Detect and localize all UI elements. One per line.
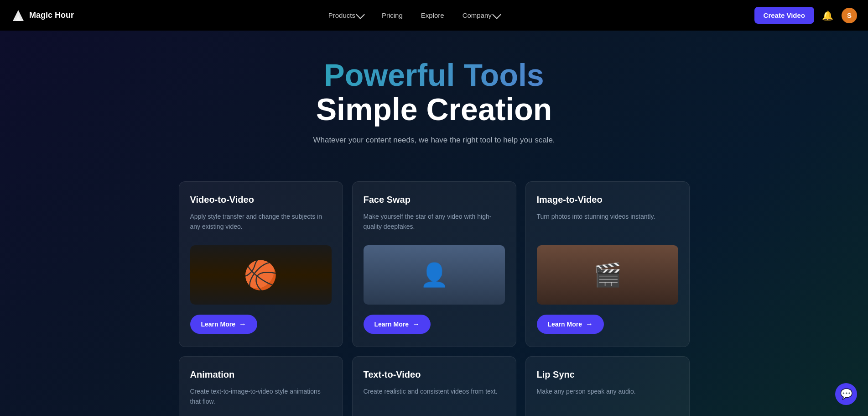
learn-more-label-fs: Learn More xyxy=(374,321,409,328)
card-desc-text-to-video: Create realistic and consistent videos f… xyxy=(364,386,505,414)
nav-left: Magic Hour xyxy=(11,8,74,23)
card-title-lip-sync: Lip Sync xyxy=(537,369,678,380)
card-desc-video-to-video: Apply style transfer and change the subj… xyxy=(190,211,332,239)
card-text-to-video: Text-to-Video Create realistic and consi… xyxy=(352,356,516,416)
card-title-image-to-video: Image-to-Video xyxy=(537,195,678,205)
explore-label: Explore xyxy=(421,11,444,19)
learn-more-button-video-to-video[interactable]: Learn More → xyxy=(190,315,257,334)
learn-more-label-v2v: Learn More xyxy=(201,321,235,328)
notification-bell-icon[interactable]: 🔔 xyxy=(821,9,834,22)
nav-right: Create Video 🔔 S xyxy=(754,7,857,24)
products-chevron-icon xyxy=(356,10,365,19)
card-desc-face-swap: Make yourself the star of any video with… xyxy=(364,211,505,239)
cards-grid-bottom: Animation Create text-to-image-to-video … xyxy=(170,356,699,416)
card-image-to-video: Image-to-Video Turn photos into stunning… xyxy=(525,181,690,347)
basketball-thumbnail xyxy=(190,245,332,305)
avatar[interactable]: S xyxy=(842,8,857,23)
card-image-itv xyxy=(537,245,678,305)
hero-subtitle: Whatever your content needs, we have the… xyxy=(9,136,859,145)
card-lip-sync: Lip Sync Make any person speak any audio… xyxy=(525,356,690,416)
learn-more-label-itv: Learn More xyxy=(548,321,582,328)
hero-title-line2: Simple Creation xyxy=(9,92,859,126)
itv-thumbnail xyxy=(537,245,678,305)
pricing-label: Pricing xyxy=(382,11,403,19)
learn-more-button-image-to-video[interactable]: Learn More → xyxy=(537,315,604,334)
card-image-face-swap xyxy=(364,245,505,305)
card-title-video-to-video: Video-to-Video xyxy=(190,195,332,205)
learn-more-button-face-swap[interactable]: Learn More → xyxy=(364,315,431,334)
logo-svg xyxy=(11,8,26,23)
card-desc-lip-sync: Make any person speak any audio. xyxy=(537,386,678,414)
brand-name: Magic Hour xyxy=(29,11,74,20)
chat-bubble-button[interactable]: 💬 xyxy=(835,383,857,405)
faceswap-thumbnail xyxy=(364,245,505,305)
nav-center: Products Pricing Explore Company xyxy=(321,8,507,23)
navbar: Magic Hour Products Pricing Explore Comp… xyxy=(0,0,868,31)
nav-item-products[interactable]: Products xyxy=(321,8,371,23)
card-title-text-to-video: Text-to-Video xyxy=(364,369,505,380)
nav-item-pricing[interactable]: Pricing xyxy=(374,8,410,23)
card-desc-image-to-video: Turn photos into stunning videos instant… xyxy=(537,211,678,239)
cards-grid-top: Video-to-Video Apply style transfer and … xyxy=(170,181,699,347)
nav-item-company[interactable]: Company xyxy=(455,8,507,23)
nav-item-explore[interactable]: Explore xyxy=(414,8,452,23)
card-face-swap: Face Swap Make yourself the star of any … xyxy=(352,181,516,347)
products-label: Products xyxy=(328,11,355,19)
card-title-animation: Animation xyxy=(190,369,332,380)
card-animation: Animation Create text-to-image-to-video … xyxy=(179,356,343,416)
create-video-button[interactable]: Create Video xyxy=(754,7,814,24)
hero-title-line1: Powerful Tools xyxy=(9,58,859,92)
card-video-to-video: Video-to-Video Apply style transfer and … xyxy=(179,181,343,347)
card-desc-animation: Create text-to-image-to-video style anim… xyxy=(190,386,332,414)
hero-section: Powerful Tools Simple Creation Whatever … xyxy=(0,31,868,163)
arrow-right-icon-itv: → xyxy=(586,320,593,328)
logo-link[interactable]: Magic Hour xyxy=(11,8,74,23)
card-title-face-swap: Face Swap xyxy=(364,195,505,205)
arrow-right-icon-fs: → xyxy=(412,320,420,328)
company-label: Company xyxy=(463,11,492,19)
arrow-right-icon-v2v: → xyxy=(239,320,246,328)
chat-icon: 💬 xyxy=(840,388,852,400)
company-chevron-icon xyxy=(492,10,501,19)
card-image-video-to-video xyxy=(190,245,332,305)
